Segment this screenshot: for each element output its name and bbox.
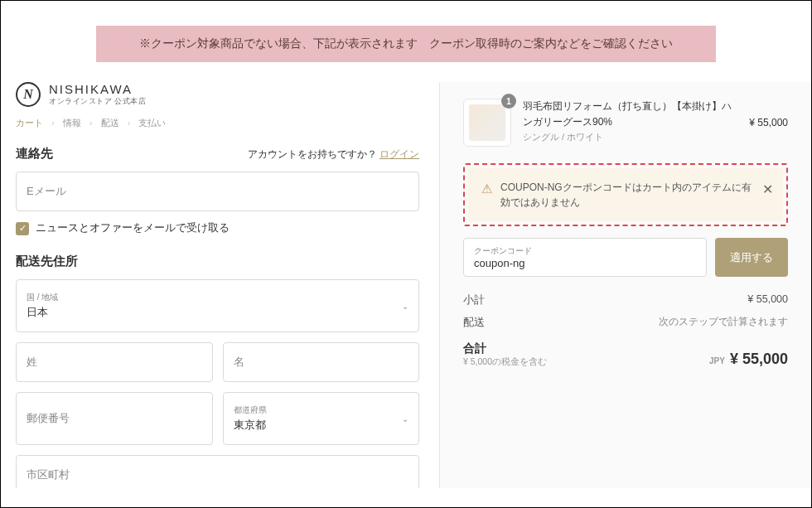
shipping-line: 配送 次のステップで計算されます — [463, 316, 788, 330]
brand-header: N NISHIKAWA オンラインストア 公式本店 — [16, 82, 419, 107]
order-summary-panel: 1 羽毛布団リフォーム（打ち直し）【本掛け】ハンガリーグース90% シングル /… — [440, 82, 811, 488]
subtotal-line: 小計 ¥ 55,000 — [463, 293, 788, 307]
chevron-down-icon: ⌄ — [402, 414, 408, 423]
total-line: 合計 ¥ 5,000の税金を含む JPY¥ 55,000 — [463, 341, 788, 368]
product-price: ¥ 55,000 — [749, 117, 788, 128]
tax-note: ¥ 5,000の税金を含む — [463, 356, 547, 368]
prefecture-select[interactable]: 都道府県 東京都 ⌄ — [223, 392, 420, 445]
last-name-field[interactable]: 姓 — [16, 342, 213, 382]
chevron-down-icon: ⌄ — [402, 302, 408, 311]
newsletter-label: ニュースとオファーをメールで受け取る — [36, 221, 230, 235]
alert-message: COUPON-NGクーポンコードはカート内のアイテムに有効ではありません — [500, 180, 752, 210]
notice-banner: ※クーポン対象商品でない場合、下記が表示されます クーポン取得時のご案内などをご… — [96, 26, 716, 62]
breadcrumb: カート › 情報 › 配送 › 支払い — [16, 117, 419, 129]
brand-logo-icon: N — [16, 82, 41, 107]
breadcrumb-cart[interactable]: カート — [16, 118, 43, 128]
error-alert-frame: ⚠ COUPON-NGクーポンコードはカート内のアイテムに有効ではありません ✕ — [463, 163, 788, 226]
newsletter-checkbox[interactable]: ✓ ニュースとオファーをメールで受け取る — [16, 221, 419, 235]
coupon-input[interactable]: クーポンコード coupon-ng — [463, 238, 707, 277]
contact-title: 連絡先 — [16, 146, 53, 162]
cart-item: 1 羽毛布団リフォーム（打ち直し）【本掛け】ハンガリーグース90% シングル /… — [463, 99, 788, 147]
checkout-form-panel: N NISHIKAWA オンラインストア 公式本店 カート › 情報 › 配送 … — [1, 82, 440, 488]
check-icon: ✓ — [16, 222, 29, 235]
breadcrumb-payment: 支払い — [138, 118, 166, 128]
postal-field[interactable]: 郵便番号 — [16, 392, 213, 445]
brand-subtitle: オンラインストア 公式本店 — [49, 96, 146, 107]
close-icon[interactable]: ✕ — [762, 180, 773, 200]
quantity-badge: 1 — [501, 94, 516, 109]
product-variant: シングル / ホワイト — [523, 130, 737, 145]
apply-coupon-button[interactable]: 適用する — [715, 238, 788, 277]
country-select[interactable]: 国 / 地域 日本 ⌄ — [16, 279, 419, 332]
brand-name: NISHIKAWA — [49, 82, 146, 96]
login-prompt-text: アカウントをお持ちですか？ — [248, 148, 377, 160]
product-thumbnail: 1 — [463, 99, 511, 147]
product-title: 羽毛布団リフォーム（打ち直し）【本掛け】ハンガリーグース90% — [523, 99, 737, 130]
warning-icon: ⚠ — [481, 180, 492, 199]
city-field[interactable]: 市区町村 — [16, 455, 419, 488]
breadcrumb-info: 情報 — [63, 118, 81, 128]
first-name-field[interactable]: 名 — [223, 342, 420, 382]
login-link[interactable]: ログイン — [379, 148, 419, 160]
breadcrumb-shipping: 配送 — [101, 118, 119, 128]
email-field[interactable]: Eメール — [16, 172, 419, 211]
shipping-title: 配送先住所 — [16, 254, 419, 269]
coupon-error-alert: ⚠ COUPON-NGクーポンコードはカート内のアイテムに有効ではありません ✕ — [468, 168, 783, 221]
